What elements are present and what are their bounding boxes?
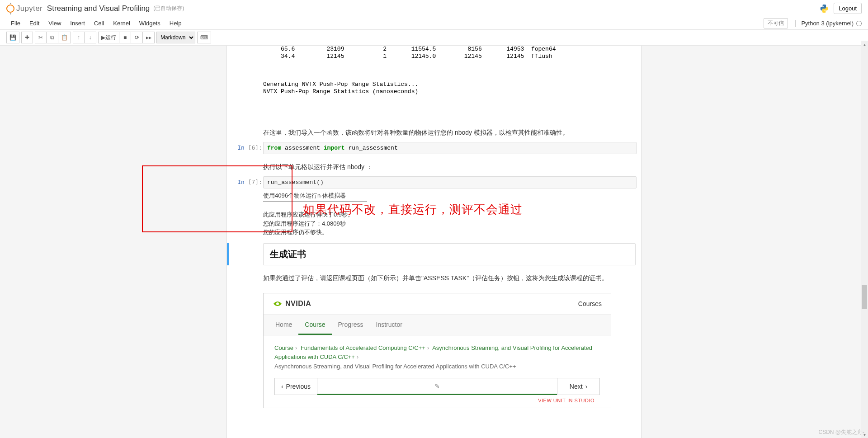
previous-button[interactable]: ‹Previous [275,378,317,395]
menu-view[interactable]: View [44,17,66,29]
chevron-right-icon: › [585,383,588,390]
output-text: 65.6 23109 2 11554.5 8156 14953 fopen64 … [227,46,641,123]
code-input[interactable]: run_assessment() [263,176,637,188]
interrupt-button[interactable]: ■ [119,32,131,43]
menu-help[interactable]: Help [165,17,186,29]
section-heading: 生成证书 [270,248,629,260]
restart-button[interactable]: ⟳ [131,32,143,43]
restart-run-all-button[interactable]: ▸▸ [143,32,155,43]
embedded-image: NVIDIA Courses Home Course Progress Inst… [263,293,611,408]
courses-link[interactable]: Courses [578,300,602,307]
tab-progress[interactable]: Progress [332,315,370,335]
scrollbar[interactable]: ▴ ▾ [861,41,868,438]
logout-button[interactable]: Logout [834,3,862,14]
tab-home[interactable]: Home [269,315,298,335]
copy-button[interactable]: ⧉ [47,32,58,43]
move-up-button[interactable]: ↑ [73,32,85,43]
toolbar: 💾 ✚ ✂ ⧉ 📋 ↑ ↓ ▶ 运行 ■ ⟳ ▸▸ Markdown ⌨ [0,30,868,46]
edit-icon: ✎ [434,382,440,390]
scrollbar-thumb[interactable] [862,285,867,309]
cut-button[interactable]: ✂ [35,32,47,43]
notebook-container[interactable]: 65.6 23109 2 11554.5 8156 14953 fopen64 … [0,46,868,438]
tab-instructor[interactable]: Instructor [370,315,409,335]
menu-widgets[interactable]: Widgets [135,17,165,29]
svg-point-0 [822,5,823,5]
markdown-cell[interactable]: 如果您通过了评估，请返回课程页面（如下所示）并单击"ASSESS TASK"（评… [227,265,641,287]
watermark: CSDN @失舵之舟- [818,429,864,436]
cell-type-select[interactable]: Markdown [156,32,195,43]
scroll-up-icon[interactable]: ▴ [861,41,868,48]
move-down-button[interactable]: ↓ [85,32,96,43]
next-button[interactable]: Next› [557,378,599,395]
input-prompt: In [7]: [227,179,262,185]
view-unit-link[interactable]: VIEW UNIT IN STUDIO [274,395,600,403]
notebook-title[interactable]: Streaming and Visual Profiling [47,4,150,13]
autosave-status: (已自动保存) [153,5,184,12]
code-cell-6[interactable]: In [6]: from assessment import run_asses… [227,142,641,154]
markdown-heading-cell[interactable]: 生成证书 [227,243,641,265]
command-palette-button[interactable]: ⌨ [197,32,211,43]
menu-cell[interactable]: Cell [90,17,108,29]
menu-edit[interactable]: Edit [25,17,44,29]
python-logo-icon [819,4,829,14]
menu-kernel[interactable]: Kernel [108,17,135,29]
run-button[interactable]: ▶ 运行 [98,32,119,43]
markdown-cell[interactable]: 在这里，我们导入一个函数，该函数将针对各种数量的物体运行您的 nbody 模拟器… [227,123,641,142]
menu-insert[interactable]: Insert [66,17,90,29]
annotation-text: 如果代码不改，直接运行，测评不会通过 [303,202,523,217]
svg-point-1 [826,11,826,12]
menu-bar: File Edit View Insert Cell Kernel Widget… [0,17,868,30]
input-prompt: In [6]: [227,144,262,151]
paste-button[interactable]: 📋 [58,32,71,43]
notebook-header: Jupyter Streaming and Visual Profiling (… [0,0,868,17]
menu-file[interactable]: File [6,17,25,29]
kernel-indicator[interactable]: Python 3 (ipykernel) [795,20,862,27]
trust-status[interactable]: 不可信 [764,18,788,28]
jupyter-logo-icon [6,5,14,13]
breadcrumb: Course› Fundamentals of Accelerated Comp… [274,344,600,372]
kernel-status-icon [856,21,862,26]
unit-tab[interactable]: ✎ [317,378,557,395]
kernel-name: Python 3 (ipykernel) [801,20,854,27]
nvidia-logo-icon [273,301,283,307]
jupyter-logo[interactable]: Jupyter [6,4,42,13]
chevron-left-icon: ‹ [281,383,283,390]
code-input[interactable]: from assessment import run_assessment [263,142,637,154]
jupyter-logo-text: Jupyter [16,4,42,13]
add-cell-button[interactable]: ✚ [21,32,33,43]
markdown-cell[interactable]: 执行以下单元格以运行并评估 nbody ： [227,154,641,176]
nvidia-brand: NVIDIA [285,300,311,308]
tab-course[interactable]: Course [298,315,331,335]
save-button[interactable]: 💾 [6,32,19,43]
